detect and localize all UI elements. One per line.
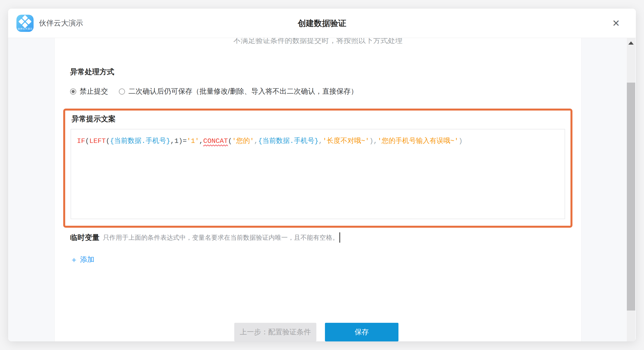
formula-token: LEFT xyxy=(89,137,106,145)
exception-prompt-section: 异常提示文案 IF(LEFT({当前数据.手机号},1)='1',CONCAT(… xyxy=(63,108,572,228)
save-button[interactable]: 保存 xyxy=(325,323,398,342)
formula-token: ( xyxy=(85,137,90,145)
formula-token: , xyxy=(318,137,323,145)
formula-token: IF xyxy=(77,137,85,145)
formula-token: ,1)= xyxy=(170,137,187,145)
radio-option-confirm-save[interactable]: 二次确认后仍可保存（批量修改/删除、导入将不出二次确认，直接保存） xyxy=(119,86,358,96)
formula-token: {当前数据.手机号} xyxy=(258,137,318,145)
formula-token: , xyxy=(374,137,378,145)
footer-actions: 上一步：配置验证条件 保存 xyxy=(234,323,398,342)
scroll-up-arrow-icon[interactable] xyxy=(628,42,634,44)
formula-token: '长度不对哦~' xyxy=(323,137,369,145)
formula-token: '您的手机号输入有误哦~' xyxy=(378,137,458,145)
formula-token: ( xyxy=(106,137,110,145)
radio-option-forbid-submit[interactable]: 禁止提交 xyxy=(70,86,108,96)
temp-variable-row: 临时变量 只作用于上面的条件表达式中，变量名要求在当前数据验证内唯一，且不能有空… xyxy=(70,232,340,243)
form-panel: 不满足验证条件的数据提交时，将按照以下方式处理 异常处理方式 禁止提交 二次确认… xyxy=(54,38,582,342)
app-title: 伙伴云大演示 xyxy=(39,18,83,28)
previous-step-button[interactable]: 上一步：配置验证条件 xyxy=(234,323,316,342)
radio-button[interactable] xyxy=(70,88,76,94)
formula-editor[interactable]: IF(LEFT({当前数据.手机号},1)='1',CONCAT('您的',{当… xyxy=(70,129,565,219)
radio-button[interactable] xyxy=(119,88,125,94)
formula-token: ) xyxy=(458,137,463,145)
dialog-header: 伙伴云大演示 伙伴云大演示 xyxy=(8,8,636,38)
formula-token: CONCAT xyxy=(203,137,228,145)
app-logo-icon: 伙伴云大演示 xyxy=(16,15,34,32)
close-icon[interactable]: ✕ xyxy=(608,8,625,38)
exception-handling-label: 异常处理方式 xyxy=(70,67,114,77)
diamond-logo-icon xyxy=(18,15,32,28)
add-label: 添加 xyxy=(80,255,94,264)
text-cursor xyxy=(340,232,340,243)
exception-prompt-label: 异常提示文案 xyxy=(72,114,116,124)
formula-token: , xyxy=(254,137,258,145)
formula-token: {当前数据.手机号} xyxy=(110,137,170,145)
logo-caption: 伙伴云大演示 xyxy=(16,27,34,31)
plus-icon: ＋ xyxy=(70,256,78,264)
formula-token: '1' xyxy=(187,137,199,145)
top-description: 不满足验证条件的数据提交时，将按照以下方式处理 xyxy=(55,38,581,45)
formula-token: ) xyxy=(369,137,374,145)
temp-variable-label: 临时变量 xyxy=(70,232,100,243)
scrollbar-thumb[interactable] xyxy=(627,82,635,310)
formula-expression[interactable]: IF(LEFT({当前数据.手机号},1)='1',CONCAT('您的',{当… xyxy=(77,136,561,146)
add-variable-button[interactable]: ＋ 添加 xyxy=(70,255,94,264)
temp-variable-hint: 只作用于上面的条件表达式中，变量名要求在当前数据验证内唯一，且不能有空格。 xyxy=(103,233,339,242)
create-data-validation-dialog: 伙伴云大演示 伙伴云大演示 创建数据验证 ✕ 不满足验证条件的数据提交时，将按照… xyxy=(8,8,636,342)
dialog-body: 不满足验证条件的数据提交时，将按照以下方式处理 异常处理方式 禁止提交 二次确认… xyxy=(8,38,636,342)
scrollbar[interactable] xyxy=(627,38,635,342)
radio-label: 禁止提交 xyxy=(80,86,108,96)
formula-token: , xyxy=(199,137,204,145)
formula-token: '您的' xyxy=(232,137,254,145)
exception-handling-options: 禁止提交 二次确认后仍可保存（批量修改/删除、导入将不出二次确认，直接保存） xyxy=(70,86,358,96)
formula-token: ( xyxy=(228,137,232,145)
radio-label: 二次确认后仍可保存（批量修改/删除、导入将不出二次确认，直接保存） xyxy=(128,86,358,96)
